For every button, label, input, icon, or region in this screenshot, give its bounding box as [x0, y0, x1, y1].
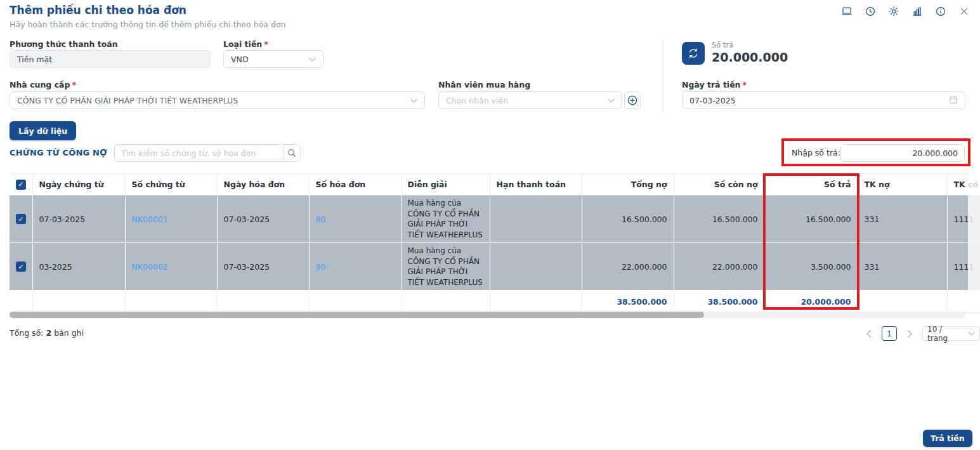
- settings-gear-icon[interactable]: [888, 6, 899, 17]
- cell-pay-amount[interactable]: 16.500.000: [764, 195, 858, 243]
- bar-chart-icon[interactable]: [911, 6, 923, 17]
- cell-debit-account: 331: [858, 195, 947, 243]
- horizontal-scrollbar[interactable]: [10, 312, 965, 318]
- col-doc-no: Số chứng từ: [125, 174, 217, 195]
- monitor-icon[interactable]: [841, 6, 853, 17]
- cell-doc-date: 07-03-2025: [32, 195, 125, 243]
- cell-total-debt: 22.000.000: [582, 243, 674, 291]
- pagination: 1 10 / trang: [863, 326, 980, 341]
- col-invoice-date: Ngày hóa đơn: [217, 174, 309, 195]
- cell-description: Mua hàng của CÔNG TY CỔ PHẦN GIẢI PHÁP T…: [408, 198, 483, 240]
- cell-total-debt: 16.500.000: [582, 195, 674, 243]
- cell-remaining-debt: 22.000.000: [674, 243, 764, 291]
- total-total-debt: 38.500.000: [582, 291, 674, 313]
- supplier-value: CÔNG TY CỔ PHẦN GIẢI PHÁP THỜI TIẾT WEAT…: [17, 96, 238, 105]
- select-all-checkbox[interactable]: ✓: [16, 180, 26, 190]
- add-employee-button[interactable]: [624, 91, 641, 109]
- toolbar: [841, 6, 970, 17]
- table-total-row: 38.500.000 38.500.000 20.000.000: [10, 291, 980, 313]
- col-description: Diễn giải: [401, 174, 490, 195]
- history-clock-icon[interactable]: [865, 6, 876, 17]
- employee-placeholder: Chọn nhân viên: [446, 96, 508, 105]
- invoice-no-link[interactable]: 80: [316, 215, 326, 224]
- currency-label: Loại tiền*: [223, 39, 268, 49]
- search-group: [114, 144, 301, 162]
- search-button[interactable]: [283, 144, 301, 162]
- chevron-down-icon: [968, 329, 975, 338]
- calendar-icon: [949, 95, 958, 106]
- total-pay-amount: 20.000.000: [764, 291, 858, 313]
- search-input[interactable]: [114, 144, 283, 162]
- supplier-label: Nhà cung cấp*: [10, 80, 76, 89]
- enter-amount-label: Nhập số trả:: [792, 148, 840, 157]
- chevron-down-icon: [410, 96, 417, 105]
- prev-page-icon[interactable]: [863, 326, 875, 341]
- col-remaining-debt: Số còn nợ: [674, 174, 764, 195]
- page-title: Thêm phiếu chi theo hóa đơn: [10, 4, 186, 17]
- table-row: ✓ 07-03-2025 NK00001 07-03-2025 80 Mua h…: [10, 195, 980, 243]
- enter-amount-input[interactable]: [840, 144, 965, 162]
- page-size-value: 10 / trang: [927, 325, 964, 343]
- col-pay-amount: Số trả: [764, 174, 858, 195]
- page-subtitle: Hãy hoàn thành các trường thông tin để t…: [10, 20, 286, 29]
- employee-select[interactable]: Chọn nhân viên: [438, 91, 622, 109]
- chevron-down-icon: [309, 55, 316, 64]
- invoice-no-link[interactable]: 90: [316, 262, 326, 272]
- debt-table: ✓ Ngày chứng từ Số chứng từ Ngày hóa đơn…: [10, 173, 980, 313]
- cell-debit-account: 331: [858, 243, 947, 291]
- fetch-data-button[interactable]: Lấy dữ liệu: [10, 121, 76, 140]
- col-invoice-no: Số hóa đơn: [309, 174, 401, 195]
- required-asterisk: *: [743, 80, 747, 89]
- cell-invoice-date: 07-03-2025: [217, 195, 309, 243]
- page-size-select[interactable]: 10 / trang: [922, 326, 980, 341]
- amount-value: 20.000.000: [712, 50, 788, 64]
- col-debit-account: TK nợ: [858, 174, 947, 195]
- required-asterisk: *: [264, 39, 268, 49]
- next-page-icon[interactable]: [903, 326, 916, 341]
- required-asterisk: *: [72, 80, 76, 89]
- doc-no-link[interactable]: NK00001: [132, 215, 168, 224]
- row-checkbox[interactable]: ✓: [16, 261, 26, 272]
- amount-label: Số trả: [712, 41, 733, 50]
- supplier-select[interactable]: CÔNG TY CỔ PHẦN GIẢI PHÁP THỜI TIẾT WEAT…: [10, 91, 425, 109]
- cell-due-date: [490, 195, 582, 243]
- row-checkbox[interactable]: ✓: [16, 214, 26, 224]
- info-icon[interactable]: [935, 6, 946, 17]
- payment-method-input: [10, 50, 211, 68]
- total-remaining-debt: 38.500.000: [674, 291, 764, 313]
- pay-date-input[interactable]: 07-03-2025: [682, 91, 965, 109]
- cell-pay-amount[interactable]: 3.500.000: [764, 243, 858, 291]
- search-icon: [287, 149, 296, 157]
- doc-no-link[interactable]: NK00002: [132, 262, 168, 272]
- divider: [663, 38, 664, 115]
- currency-select[interactable]: VND: [223, 50, 323, 68]
- chevron-down-icon: [608, 96, 615, 105]
- cell-description: Mua hàng của CÔNG TY CỔ PHẦN GIẢI PHÁP T…: [408, 246, 483, 288]
- table-scroll-edge: [968, 173, 980, 310]
- close-icon[interactable]: [958, 6, 970, 17]
- table-header-row: ✓ Ngày chứng từ Số chứng từ Ngày hóa đơn…: [10, 174, 980, 195]
- record-count: Tổng số: 2 bản ghi: [10, 328, 84, 338]
- page-number[interactable]: 1: [882, 326, 898, 341]
- col-doc-date: Ngày chứng từ: [32, 174, 125, 195]
- cell-doc-date: 03-2025: [32, 243, 125, 291]
- sync-money-icon: [682, 42, 705, 65]
- pay-date-value: 07-03-2025: [689, 96, 736, 105]
- table-row: ✓ 03-2025 NK00002 07-03-2025 90 Mua hàng…: [10, 243, 980, 291]
- pay-date-label: Ngày trả tiền*: [682, 80, 747, 89]
- scrollbar-thumb[interactable]: [10, 312, 704, 318]
- debt-section-title: CHỨNG TỪ CÔNG NỢ: [10, 148, 107, 157]
- pay-button[interactable]: Trả tiền: [923, 430, 972, 447]
- cell-invoice-date: 07-03-2025: [217, 243, 309, 291]
- cell-due-date: [490, 243, 582, 291]
- col-total-debt: Tổng nợ: [582, 174, 674, 195]
- cell-remaining-debt: 16.500.000: [674, 195, 764, 243]
- plus-circle-icon: [627, 95, 637, 105]
- currency-value: VND: [231, 55, 249, 64]
- payment-method-label: Phương thức thanh toán: [10, 39, 118, 49]
- col-due-date: Hạn thanh toán: [490, 174, 582, 195]
- employee-label: Nhân viên mua hàng: [438, 80, 530, 89]
